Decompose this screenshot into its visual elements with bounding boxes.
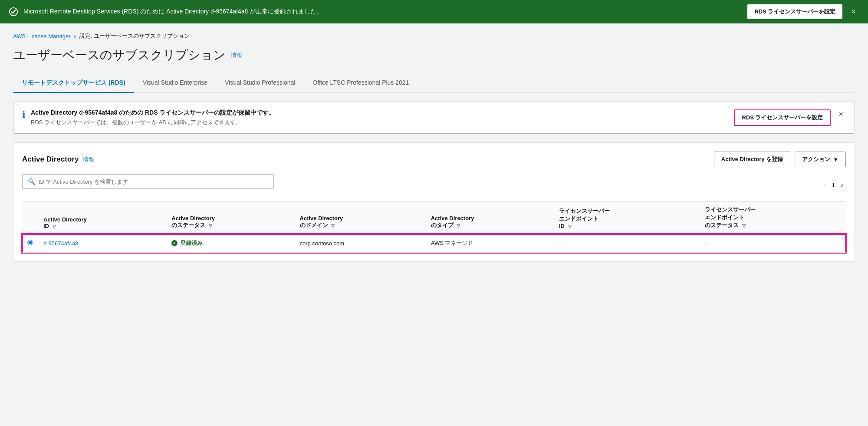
check-circle-icon xyxy=(9,7,18,17)
tab-vs-professional[interactable]: Visual Studio Professional xyxy=(216,74,304,93)
register-ad-button[interactable]: Active Directory を登録 xyxy=(714,152,790,167)
action-button-label: アクション xyxy=(802,155,830,163)
dropdown-arrow-icon: ▼ xyxy=(833,156,838,163)
table-controls: 🔍 ‹ 1 › xyxy=(22,174,846,196)
tab-office-ltsc[interactable]: Office LTSC Professional Plus 2021 xyxy=(304,74,418,93)
main-content: AWS License Manager › 設定: ユーザーベースのサブスクリプ… xyxy=(0,23,868,271)
row-radio-button[interactable] xyxy=(27,240,33,245)
row-endpoint-id: - xyxy=(554,234,700,253)
page-info-link[interactable]: 情報 xyxy=(231,51,242,59)
table-actions: Active Directory を登録 アクション ▼ xyxy=(714,152,846,167)
tab-vs-enterprise[interactable]: Visual Studio Enterprise xyxy=(134,74,216,93)
sort-icon-endpoint-id: ▽ xyxy=(568,224,572,229)
breadcrumb: AWS License Manager › 設定: ユーザーベースのサブスクリプ… xyxy=(13,32,855,40)
row-ad-id: d-95674af4a8 xyxy=(38,234,166,253)
col-header-domain: Active Directoryのドメイン ▽ xyxy=(295,201,426,234)
pending-alert-box: ℹ Active Directory d-95674af4a8 のための RDS… xyxy=(13,102,855,134)
alert-description: RDS ライセンスサーバーでは、複数のユーザーが AD に同時にアクセスできます… xyxy=(31,119,729,126)
info-icon: ℹ xyxy=(22,109,26,120)
banner-close-button[interactable]: × xyxy=(848,6,859,17)
tab-rds[interactable]: リモートデスクトップサービス (RDS) xyxy=(13,74,134,93)
select-column-header xyxy=(22,201,38,234)
status-label: 登録済み xyxy=(180,239,203,247)
alert-title: Active Directory d-95674af4a8 のための RDS ラ… xyxy=(31,109,729,117)
table-info-link[interactable]: 情報 xyxy=(83,155,94,163)
col-header-id: Active DirectoryID ▽ xyxy=(38,201,166,234)
banner-message: Microsoft Remote Desktop Services (RDS) … xyxy=(23,8,742,16)
sort-icon-id: ▽ xyxy=(53,224,56,229)
tab-bar: リモートデスクトップサービス (RDS) Visual Studio Enter… xyxy=(13,74,855,93)
status-registered: 登録済み xyxy=(171,239,289,247)
row-radio-cell[interactable] xyxy=(22,234,38,253)
row-type: AWS マネージド xyxy=(426,234,554,253)
alert-content: Active Directory d-95674af4a8 のための RDS ラ… xyxy=(31,109,729,126)
sort-icon-type: ▽ xyxy=(457,223,460,228)
ad-id-link[interactable]: d-95674af4a8 xyxy=(43,240,78,247)
col-header-type: Active Directoryのタイプ ▽ xyxy=(426,201,554,234)
alert-rds-setup-button[interactable]: RDS ライセンスサーバーを設定 xyxy=(734,109,831,126)
table-header-columns: Active DirectoryID ▽ Active Directoryのステ… xyxy=(22,201,846,234)
sort-icon-endpoint-status: ▽ xyxy=(742,223,746,228)
sort-icon-domain: ▽ xyxy=(331,223,335,228)
active-directory-panel: Active Directory 情報 Active Directory を登録… xyxy=(13,142,855,262)
status-dot-icon xyxy=(171,240,178,246)
row-status: 登録済み xyxy=(166,234,294,253)
sort-icon-status: ▽ xyxy=(209,223,212,228)
row-endpoint-status: - xyxy=(700,234,846,253)
table-title-text: Active Directory xyxy=(22,155,79,164)
page-title-section: ユーザーベースのサブスクリプション 情報 xyxy=(13,47,855,63)
page-title: ユーザーベースのサブスクリプション xyxy=(13,47,226,63)
table-row: d-95674af4a8 登録済み corp.contoso.com AWS マ… xyxy=(22,234,846,253)
table-header-row: Active Directory 情報 Active Directory を登録… xyxy=(22,152,846,167)
banner-rds-setup-button[interactable]: RDS ライセンスサーバーを設定 xyxy=(747,4,842,19)
search-bar[interactable]: 🔍 xyxy=(22,174,274,189)
pagination-next-button[interactable]: › xyxy=(838,180,846,190)
search-icon: 🔍 xyxy=(28,178,35,185)
breadcrumb-home-link[interactable]: AWS License Manager xyxy=(13,33,70,40)
row-domain: corp.contoso.com xyxy=(295,234,426,253)
col-header-endpoint-id: ライセンスサーバーエンドポイントID ▽ xyxy=(554,201,700,234)
active-directory-table: Active DirectoryID ▽ Active Directoryのステ… xyxy=(22,201,846,253)
success-banner: Microsoft Remote Desktop Services (RDS) … xyxy=(0,0,868,23)
breadcrumb-separator: › xyxy=(74,33,76,40)
col-header-endpoint-status: ライセンスサーバーエンドポイントのステータス ▽ xyxy=(700,201,846,234)
alert-close-button[interactable]: × xyxy=(836,109,846,120)
table-title: Active Directory 情報 xyxy=(22,155,94,164)
pagination-controls: ‹ 1 › xyxy=(821,180,846,190)
pagination-prev-button[interactable]: ‹ xyxy=(821,180,828,190)
action-dropdown-button[interactable]: アクション ▼ xyxy=(795,152,846,167)
search-input[interactable] xyxy=(39,178,268,185)
col-header-status: Active Directoryのステータス ▽ xyxy=(166,201,294,234)
breadcrumb-current: 設定: ユーザーベースのサブスクリプション xyxy=(79,32,190,40)
pagination-current-page: 1 xyxy=(832,182,835,188)
